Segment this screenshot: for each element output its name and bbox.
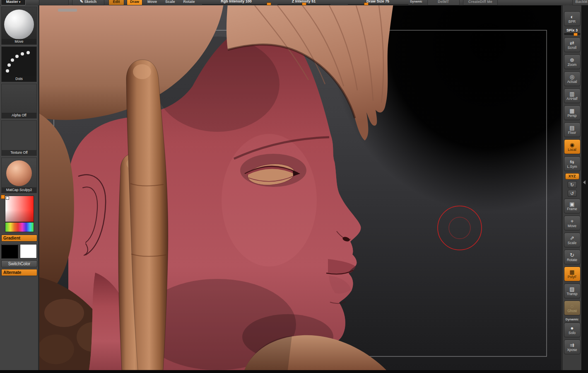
frame-icon: ▣	[569, 201, 574, 207]
slider-handle[interactable]	[267, 2, 271, 5]
scale-mode-button[interactable]: Scale	[163, 0, 178, 5]
tray-collapse-icon[interactable]	[583, 180, 586, 184]
delmt-button[interactable]: DelMT	[427, 0, 460, 5]
secondary-color-swatch[interactable]	[20, 244, 37, 259]
rp-scroll-button[interactable]: ⇄Scroll	[564, 37, 581, 52]
alpha-label: Alpha Off	[2, 113, 36, 118]
rp-transp-button[interactable]: ▨Transp	[564, 283, 581, 298]
caret-down-icon: ▾	[19, 0, 21, 4]
brush-cursor	[438, 206, 482, 250]
move-mode-button[interactable]: Move	[145, 0, 159, 5]
brush-thumbnail-icon	[4, 10, 34, 39]
rp-bpr-button[interactable]: ◐BPR	[564, 11, 581, 26]
right-scroll-strip[interactable]	[581, 5, 588, 373]
rp-zoom-button[interactable]: ⊕Zoom	[564, 54, 581, 69]
edit-button[interactable]: Edit	[108, 0, 124, 5]
master-label: Master	[6, 0, 18, 4]
local-icon: ◉	[570, 142, 574, 148]
polyf-icon: ▦	[569, 269, 574, 275]
matcap-thumbnail-icon	[6, 160, 32, 186]
draw-size-slider[interactable]: Draw Size 75	[347, 0, 409, 5]
brush-label: Move	[2, 39, 36, 44]
sv-cursor	[6, 196, 9, 200]
sculpt-model	[39, 5, 561, 370]
left-shelf: Move Dots Alpha Off Texture Off MatCap S…	[0, 5, 39, 373]
rp-rot-cw-button[interactable]: ↻	[568, 181, 577, 188]
hue-bar[interactable]	[5, 222, 34, 232]
saturation-value-square[interactable]	[5, 196, 34, 222]
z-intensity-slider[interactable]: Z Intensity 51	[277, 0, 331, 5]
rp-local-button[interactable]: ◉Local	[564, 139, 581, 154]
persp-icon: ▦	[569, 108, 574, 114]
backm-button[interactable]: BackM	[572, 0, 588, 5]
material-label: MatCap Sculpy2	[2, 187, 36, 193]
slider-handle[interactable]	[364, 2, 369, 5]
main-color-swatch[interactable]	[1, 244, 18, 259]
material-selector[interactable]: MatCap Sculpy2	[1, 157, 37, 193]
solo-icon: ●	[571, 325, 574, 331]
sketch-button[interactable]: ✎ Sketch	[72, 0, 104, 5]
right-panel-items: ◐BPRSPix 3⇄Scroll⊕Zoom◎Actual▥AAHalf▦Per…	[563, 11, 581, 354]
gradient-button[interactable]: Gradient	[1, 235, 37, 242]
bpr-icon: ◐	[571, 14, 574, 19]
rp-xyz-button[interactable]: XYZ	[565, 173, 579, 179]
rgb-intensity-slider[interactable]: Rgb Intensity 100	[202, 0, 271, 5]
rot-ccw-icon: ↺	[570, 191, 574, 196]
brush-selector[interactable]: Move	[1, 7, 37, 45]
rotate-mode-button[interactable]: Rotate	[181, 0, 198, 5]
creatediff-mesh-button[interactable]: CreateDiff Me	[463, 0, 498, 5]
rp-dynamic-label: Dynamic	[563, 317, 581, 321]
transp-icon: ▨	[569, 286, 574, 292]
texture-label: Texture Off	[2, 150, 36, 155]
rp-move-button[interactable]: +Move	[564, 216, 581, 230]
floor-icon: ▤	[569, 125, 574, 131]
pencil-icon: ✎	[80, 0, 83, 4]
sculpt-viewport[interactable]	[39, 5, 561, 370]
texture-selector[interactable]: Texture Off	[1, 120, 37, 156]
stroke-selector[interactable]: Dots	[1, 46, 37, 82]
rp-ghost-button[interactable]: ◌Ghost	[564, 300, 581, 315]
color-swatches	[1, 244, 37, 259]
color-picker-indicator	[1, 195, 5, 199]
stroke-label: Dots	[2, 76, 36, 82]
zbrush-window: Master ▾ ✎ Sketch Edit Draw Move Scale R…	[0, 0, 588, 373]
toolbar-empty-slot[interactable]	[39, 0, 69, 5]
draw-button[interactable]: Draw	[127, 0, 142, 5]
bottom-edge	[0, 370, 588, 373]
color-picker	[0, 195, 38, 233]
rp-frame-button[interactable]: ▣Frame	[564, 199, 581, 213]
rot-cw-icon: ↻	[570, 182, 574, 187]
rp-rotate-button[interactable]: ↻Rotate	[564, 249, 581, 264]
canvas-horizontal-scrollbar[interactable]	[58, 9, 77, 12]
master-menu-button[interactable]: Master ▾	[1, 0, 26, 5]
actual-icon: ◎	[570, 74, 574, 80]
switchcolor-button[interactable]: SwitchColor	[1, 260, 37, 267]
right-shelf: ◐BPRSPix 3⇄Scroll⊕Zoom◎Actual▥AAHalf▦Per…	[562, 5, 581, 373]
rp-polyf-button[interactable]: ▦PolyF	[564, 266, 581, 281]
rp-xpose-button[interactable]: ⇉Xpose	[564, 339, 581, 354]
aahalf-icon: ▥	[569, 91, 574, 97]
rp-persp-button[interactable]: ▦Persp	[564, 105, 581, 120]
top-toolbar: Master ▾ ✎ Sketch Edit Draw Move Scale R…	[0, 0, 588, 6]
rp-lsym-button[interactable]: ⇆L.Sym	[564, 156, 581, 171]
xpose-icon: ⇉	[570, 342, 574, 348]
alternate-button[interactable]: Alternate	[1, 269, 37, 276]
scroll-icon: ⇄	[570, 40, 574, 46]
zoom-icon: ⊕	[570, 57, 574, 63]
rp-actual-button[interactable]: ◎Actual	[564, 71, 581, 86]
rp-floor-button[interactable]: ▤Floor	[564, 122, 581, 137]
ghost-icon: ◌	[571, 303, 574, 309]
rp-aahalf-button[interactable]: ▥AAHalf	[564, 88, 581, 103]
rp-solo-button[interactable]: ●Solo	[564, 322, 581, 337]
scale-icon: ⇗	[570, 235, 574, 241]
rp-spix-slider[interactable]: SPix 3	[564, 28, 581, 35]
spix-handle[interactable]	[574, 33, 578, 36]
alpha-selector[interactable]: Alpha Off	[1, 84, 37, 119]
rp-rot-ccw-button[interactable]: ↺	[568, 190, 577, 197]
dynamic-label: Dynamic	[410, 0, 422, 5]
rotate-icon: ↻	[570, 252, 574, 258]
lsym-icon: ⇆	[570, 159, 574, 165]
dots-stroke-icon	[2, 47, 37, 76]
slider-handle[interactable]	[302, 2, 306, 5]
rp-scale-button[interactable]: ⇗Scale	[564, 233, 581, 247]
